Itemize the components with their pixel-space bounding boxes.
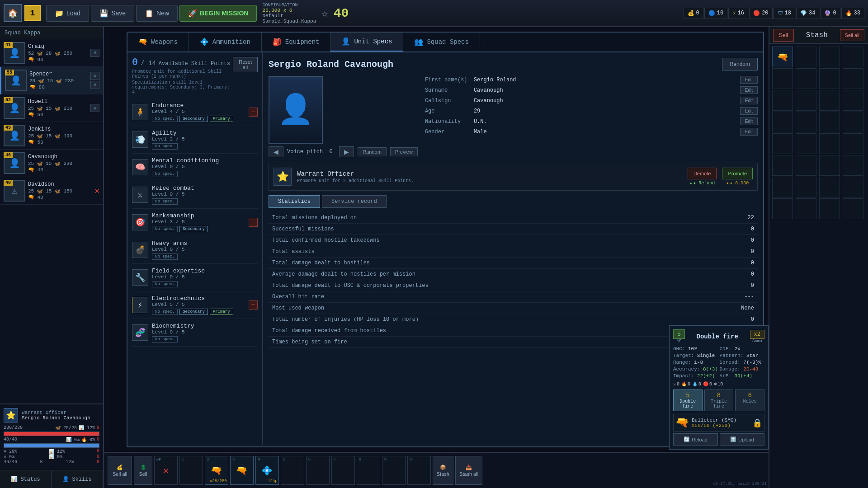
stash-slot-15[interactable] [819,112,840,132]
stash-slot-7[interactable] [819,68,840,89]
rank-jenkins: 49 [4,125,13,131]
stash-slot-30[interactable] [796,198,816,219]
chevron-howell[interactable]: ∧ [90,104,99,112]
mode-double-fire[interactable]: 5 Double fire [673,389,703,411]
electro-minus-button[interactable]: — [249,300,258,310]
stash-slot-31[interactable] [819,198,840,219]
tab-squad-specs[interactable]: 👥 Squad Specs [403,33,480,52]
res-yellow: ⚡16 [728,8,748,19]
stash-slot-1[interactable]: 🔫 [772,47,793,67]
chevron-craig[interactable]: ∨ [90,49,99,57]
stash-slot-20[interactable] [843,133,863,154]
stash-slot-5[interactable] [772,68,793,89]
resource-bar: 💰0 🔵10 ⚡16 🔴20 🛡18 💎34 🔮0 🔥33 [684,8,864,19]
tab-ammunition[interactable]: 💠 Ammunition [189,33,262,52]
tab-equipment[interactable]: 🎒 Equipment [262,33,331,52]
skills-nav-button[interactable]: 👤 Skills [52,470,103,488]
stash-slot-8[interactable] [843,68,863,89]
stash-slot-3[interactable] [819,47,840,67]
equip-slot-4[interactable]: 4 💠 12Ap [255,456,279,485]
tab-weapons[interactable]: 🔫 Weapons [127,33,189,52]
portrait-prev-button[interactable]: ◀ [269,146,283,157]
squad-member-spencer[interactable]: 👤 55 Spencer 25🦋15🦋230 🔫 80 ∧ ∨ [0,67,103,94]
equip-slot-9[interactable]: 9 [382,456,406,485]
stash-slot-21[interactable] [772,155,793,176]
squad-member-jenkins[interactable]: 👤 49 Jenkins 25🦋15🦋190 🔫 50 [0,122,103,150]
squad-member-craig[interactable]: 👤 41 Craig 52🦋28🦋250 🔫 90 ∨ [0,39,103,67]
equip-slot-7[interactable]: 7 [331,456,355,485]
endurance-minus-button[interactable]: — [249,108,258,117]
edit-callsign-button[interactable]: Edit [740,97,758,104]
stash-slot-12[interactable] [843,90,863,111]
equip-slot-1[interactable]: 1 [179,456,203,485]
reload-button[interactable]: 🔄 Reload [673,433,718,446]
preview-button[interactable]: Preview [390,147,418,156]
equip-slot-5[interactable]: 5 [281,456,304,485]
stash-slot-19[interactable] [819,133,840,154]
equip-slot-3[interactable]: 3 🔫 [230,456,254,485]
equip-sell-all-button[interactable]: 💰 Sell all [108,456,132,485]
stash-slot-6[interactable] [796,68,816,89]
equip-slot-ap[interactable]: AP ✕ [154,456,178,485]
stash-slot-25[interactable] [772,177,793,197]
stash-slot-14[interactable] [796,112,816,132]
demote-button[interactable]: Demote [688,168,717,179]
edit-gender-button[interactable]: Edit [740,128,758,136]
home-icon[interactable]: 🏠 [4,4,22,22]
equip-stash-all-button[interactable]: 📥 Stash all [455,456,482,485]
stash-slot-11[interactable] [819,90,840,111]
stash-slot-17[interactable] [772,133,793,154]
squad-member-cavanough[interactable]: 👤 46 Cavanough 25🦋15🦋230 🔫 40 [0,150,103,177]
chevron-spencer-up[interactable]: ∧ [90,72,99,80]
stash-slot-32[interactable] [843,198,863,219]
stash-slot-28[interactable] [843,177,863,197]
status-nav-button[interactable]: 📊 Status [0,470,52,488]
statistics-tab[interactable]: Statistics [269,195,320,208]
stash-slot-27[interactable] [819,177,840,197]
equip-slot-2[interactable]: 2 🔫 x28/250 [205,456,228,485]
equip-slot-s[interactable]: S [407,456,431,485]
portrait-next-button[interactable]: ▶ [339,146,354,157]
reload-icon: 🔄 [684,436,690,442]
stash-slot-24[interactable] [843,155,863,176]
stash-slot-10[interactable] [796,90,816,111]
skill-marksmanship: 🎯 Marksmanship Level 3 / 5 No spec. Seco… [132,209,258,236]
marksmanship-minus-button[interactable]: — [249,218,258,227]
stash-slot-4[interactable] [843,47,863,67]
mode-melee[interactable]: 6 Melee [735,389,764,411]
stash-slot-18[interactable] [796,133,816,154]
stash-slot-23[interactable] [819,155,840,176]
load-button[interactable]: 📁 Load [46,5,89,22]
tab-unit-specs[interactable]: 👤 Unit Specs [330,33,403,52]
sell-all-button[interactable]: Sell all [840,29,864,41]
save-button[interactable]: 💾 Save [91,5,134,22]
stash-slot-9[interactable] [772,90,793,111]
new-button[interactable]: 📋 New [136,5,178,22]
stash-slot-29[interactable] [772,198,793,219]
stash-slot-22[interactable] [796,155,816,176]
edit-surname-button[interactable]: Edit [740,86,758,94]
promote-button[interactable]: Promote [722,168,753,179]
edit-nationality-button[interactable]: Edit [740,117,758,125]
stash-slot-2[interactable] [796,47,816,67]
service-record-tab[interactable]: Service record [322,195,387,208]
equip-sell-button[interactable]: 💲 Sell [134,456,152,485]
edit-firstname-button[interactable]: Edit [740,76,758,84]
stash-slot-16[interactable] [843,112,863,132]
random-portrait-button[interactable]: Random [358,147,387,156]
mode-triple-fire[interactable]: 8 Triple fire [704,389,734,411]
equip-stash-button[interactable]: 📦 Stash [433,456,453,485]
equip-slot-6[interactable]: 6 [306,456,330,485]
reset-all-button[interactable]: Reset all [233,57,258,72]
stash-slot-26[interactable] [796,177,816,197]
equip-slot-8[interactable]: 8 [357,456,380,485]
stash-slot-13[interactable] [772,112,793,132]
squad-member-davidson[interactable]: ⚠️ 40 Davidson 25🦋15🦋150 🔫 40 ✕ [0,177,103,205]
random-button[interactable]: Random [722,58,758,70]
chevron-spencer-down[interactable]: ∨ [90,81,99,89]
edit-age-button[interactable]: Edit [740,107,758,115]
squad-member-howell[interactable]: 👤 52 Howell 25🦋15🦋210 🔫 50 ∧ [0,94,103,122]
begin-mission-button[interactable]: 🚀 BEGIN MISSION [179,5,257,22]
sell-button[interactable]: Sell [773,29,794,42]
upload-button[interactable]: ⬆️ Upload [720,433,764,446]
